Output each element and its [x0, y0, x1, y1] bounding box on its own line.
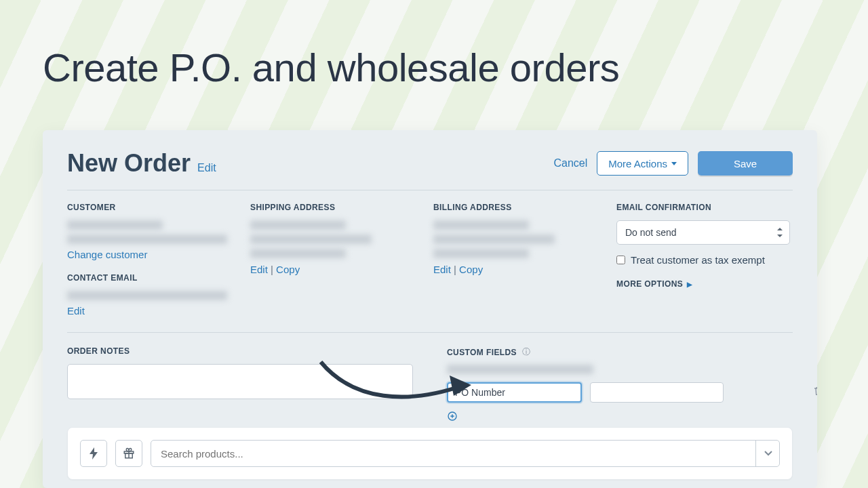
separator: |: [454, 264, 459, 275]
quick-add-button[interactable]: [80, 440, 107, 467]
blurred-text: [433, 235, 555, 244]
page-heading: Create P.O. and wholesale orders: [43, 45, 619, 90]
contact-email-label: CONTACT EMAIL: [67, 273, 241, 283]
order-notes-input[interactable]: [67, 364, 413, 399]
order-title: New Order: [67, 149, 191, 178]
products-card: [67, 427, 793, 480]
save-button[interactable]: Save: [698, 151, 793, 176]
blurred-text: [67, 220, 163, 230]
blurred-text: [433, 220, 529, 230]
product-search-input[interactable]: [151, 440, 780, 467]
tax-exempt-label: Treat customer as tax exempt: [631, 254, 765, 266]
save-label: Save: [734, 158, 757, 169]
shipping-section: SHIPPING ADDRESS Edit | Copy: [250, 203, 424, 275]
lightning-icon: [88, 447, 99, 460]
add-field-button[interactable]: [447, 411, 458, 422]
order-notes-label: ORDER NOTES: [67, 346, 433, 356]
customer-section: CUSTOMER Change customer CONTACT EMAIL E…: [67, 203, 241, 317]
blurred-text: [67, 235, 227, 244]
more-options-toggle[interactable]: MORE OPTIONS ▶: [616, 279, 790, 289]
blurred-text: [433, 249, 529, 258]
blurred-text: [250, 235, 372, 244]
contact-email-edit-link[interactable]: Edit: [67, 305, 85, 317]
blurred-text: [250, 249, 346, 258]
blurred-text: [67, 291, 227, 300]
custom-fields-section: CUSTOM FIELDS ⓘ: [447, 346, 813, 422]
custom-fields-label: CUSTOM FIELDS: [447, 348, 517, 357]
billing-edit-link[interactable]: Edit: [433, 264, 451, 275]
shipping-copy-link[interactable]: Copy: [276, 264, 300, 275]
chevron-down-icon: [671, 162, 677, 165]
trash-icon[interactable]: [732, 386, 817, 399]
more-options-label: MORE OPTIONS: [616, 279, 683, 289]
chevron-right-icon: ▶: [687, 281, 692, 288]
shipping-edit-link[interactable]: Edit: [250, 264, 268, 275]
more-actions-label: More Actions: [608, 158, 667, 169]
email-confirmation-label: EMAIL CONFIRMATION: [616, 203, 790, 212]
gift-icon: [123, 447, 135, 460]
tax-exempt-checkbox[interactable]: [616, 256, 625, 264]
shipping-label: SHIPPING ADDRESS: [250, 203, 424, 212]
product-search-dropdown[interactable]: [755, 440, 780, 467]
cancel-link[interactable]: Cancel: [553, 157, 587, 169]
email-confirmation-section: EMAIL CONFIRMATION Treat customer as tax…: [616, 203, 790, 289]
chevron-down-icon: [764, 451, 772, 456]
info-icon: ⓘ: [522, 346, 530, 358]
custom-field-value-input[interactable]: [590, 382, 724, 403]
blurred-text: [447, 365, 593, 374]
billing-label: BILLING ADDRESS: [433, 203, 607, 212]
billing-copy-link[interactable]: Copy: [459, 264, 483, 275]
order-panel: New Order Edit Cancel More Actions Save …: [43, 130, 817, 488]
order-notes-section: ORDER NOTES: [67, 346, 433, 422]
email-confirmation-select[interactable]: [616, 220, 790, 245]
po-number-input[interactable]: [447, 382, 582, 403]
more-actions-button[interactable]: More Actions: [597, 151, 688, 176]
customer-label: CUSTOMER: [67, 203, 241, 212]
panel-header: New Order Edit Cancel More Actions Save: [67, 130, 793, 190]
tax-exempt-row[interactable]: Treat customer as tax exempt: [616, 254, 790, 266]
gift-button[interactable]: [115, 440, 142, 467]
change-customer-link[interactable]: Change customer: [67, 249, 147, 260]
header-divider: [67, 190, 793, 190]
billing-section: BILLING ADDRESS Edit | Copy: [433, 203, 607, 275]
edit-title-link[interactable]: Edit: [197, 162, 216, 174]
separator: |: [271, 264, 276, 275]
blurred-text: [250, 220, 346, 230]
